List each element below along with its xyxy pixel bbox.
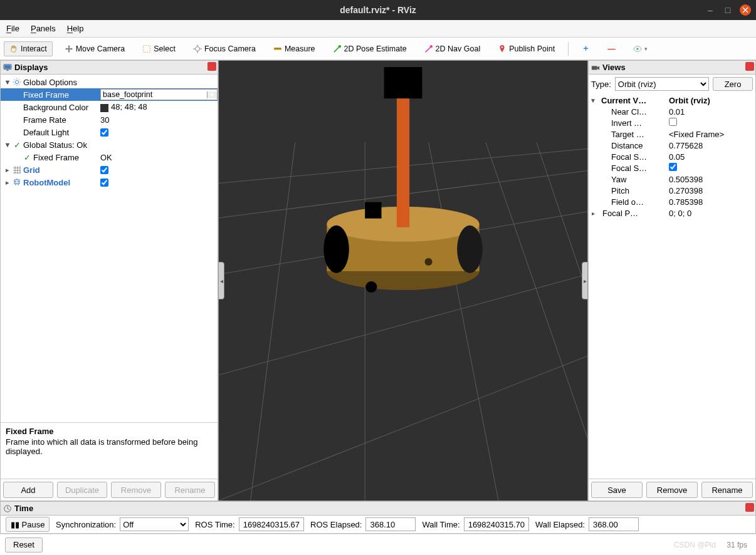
gear-icon (12, 78, 22, 86)
svg-point-4 (636, 48, 639, 50)
tool-move-camera[interactable]: Move Camera (59, 41, 131, 56)
menu-panels[interactable]: Panels (31, 24, 56, 33)
row-yaw[interactable]: Yaw0.505398 (589, 174, 755, 185)
toolbar: Interact Move Camera Select Focus Camera… (0, 38, 756, 60)
tool-focus-camera[interactable]: Focus Camera (187, 41, 261, 56)
tool-remove[interactable]: — (602, 41, 621, 56)
save-button[interactable]: Save (591, 482, 643, 498)
row-frame-rate[interactable]: Frame Rate 30 (1, 113, 218, 126)
row-focal-shape-size[interactable]: Focal S…0.05 (589, 151, 755, 162)
type-label: Type: (591, 80, 611, 89)
views-panel-header[interactable]: Views (589, 61, 755, 75)
tool-visibility[interactable]: ▾ (627, 41, 653, 56)
robot-icon (12, 178, 22, 187)
tool-2d-pose-estimate[interactable]: 2D Pose Estimate (327, 41, 412, 56)
row-distance[interactable]: Distance0.775628 (589, 140, 755, 151)
row-fov[interactable]: Field o…0.785398 (589, 196, 755, 207)
grid-icon (12, 165, 22, 174)
svg-point-7 (15, 80, 18, 83)
row-focal-shape-fixed[interactable]: Focal S… (589, 162, 755, 174)
row-status-fixed-frame[interactable]: ✓ Fixed Frame OK (1, 151, 218, 163)
displays-tree[interactable]: ▼ Global Options Fixed Frame ▼ Backgroun… (1, 75, 218, 422)
ros-time-label: ROS Time: (195, 520, 235, 529)
row-default-light[interactable]: Default Light (1, 126, 218, 138)
views-button-row: Save Remove Rename (589, 479, 755, 501)
menu-file[interactable]: File (6, 24, 19, 33)
reset-button[interactable]: Reset (5, 537, 43, 552)
toolbar-separator (568, 42, 569, 56)
tool-interact[interactable]: Interact (4, 41, 53, 56)
row-near-clip[interactable]: Near Cl…0.01 (589, 106, 755, 117)
robot-model-checkbox[interactable] (100, 179, 108, 187)
views-close-button[interactable] (745, 62, 754, 71)
3d-viewport[interactable]: ◂ ▸ (218, 60, 588, 501)
right-collapse-handle[interactable]: ▸ (582, 262, 588, 299)
row-bg-color[interactable]: Background Color 48; 48; 48 (1, 101, 218, 113)
svg-line-15 (219, 356, 587, 501)
svg-rect-32 (592, 66, 597, 70)
tool-2d-nav-goal[interactable]: 2D Nav Goal (419, 41, 486, 56)
row-target-frame[interactable]: Target …<Fixed Frame> (589, 128, 755, 140)
row-fixed-frame[interactable]: Fixed Frame ▼ (1, 88, 218, 101)
svg-point-10 (18, 181, 19, 182)
minus-icon: — (607, 44, 616, 53)
tool-add[interactable]: ＋ (576, 40, 596, 57)
row-pitch[interactable]: Pitch0.270398 (589, 185, 755, 196)
duplicate-button[interactable]: Duplicate (57, 482, 107, 498)
close-button[interactable] (740, 4, 751, 16)
left-collapse-handle[interactable]: ◂ (218, 262, 224, 299)
svg-point-9 (15, 181, 16, 182)
move-icon (65, 44, 73, 53)
menu-help[interactable]: Help (67, 24, 84, 33)
view-type-select[interactable]: Orbit (rviz) (615, 77, 709, 91)
crosshair-icon (193, 44, 202, 53)
row-focal-point[interactable]: ▸Focal P…0; 0; 0 (589, 207, 755, 219)
add-button[interactable]: Add (3, 482, 53, 498)
tool-select[interactable]: Select (137, 41, 181, 56)
select-icon (142, 44, 151, 53)
window-titlebar: default.rviz* - RViz – □ (0, 0, 756, 20)
tool-publish-point[interactable]: Publish Point (492, 41, 560, 56)
zero-button[interactable]: Zero (713, 77, 753, 91)
minimize-button[interactable]: – (705, 4, 716, 16)
svg-point-26 (365, 281, 377, 293)
invert-checkbox[interactable] (669, 118, 677, 126)
default-light-checkbox[interactable] (100, 128, 108, 137)
grid-checkbox[interactable] (100, 166, 108, 174)
views-tree[interactable]: ▼Current V…Orbit (rviz) Near Cl…0.01 Inv… (589, 93, 755, 479)
sync-select[interactable]: Off (120, 517, 189, 531)
row-global-status[interactable]: ▼ ✓ Global Status: Ok (1, 138, 218, 151)
rename-button[interactable]: Rename (165, 482, 215, 498)
fps-counter: 31 fps (727, 541, 747, 549)
plus-icon: ＋ (582, 43, 590, 54)
views-remove-button[interactable]: Remove (646, 482, 698, 498)
fixed-frame-input[interactable] (101, 90, 207, 99)
row-global-options[interactable]: ▼ Global Options (1, 76, 218, 88)
svg-rect-28 (365, 202, 381, 219)
row-current-view[interactable]: ▼Current V…Orbit (rviz) (589, 95, 755, 106)
displays-close-button[interactable] (207, 62, 216, 71)
wall-elapsed-value: 368.00 (589, 517, 639, 531)
svg-line-18 (429, 142, 499, 501)
focal-fixed-checkbox[interactable] (669, 163, 677, 171)
svg-rect-31 (384, 67, 423, 98)
pause-button[interactable]: ▮▮Pause (6, 517, 50, 532)
tool-measure[interactable]: Measure (268, 41, 321, 56)
chevron-down-icon[interactable]: ▼ (207, 91, 217, 98)
time-close-button[interactable] (745, 503, 754, 512)
window-title: default.rviz* - RViz (340, 5, 416, 15)
row-grid[interactable]: ▸ Grid (1, 163, 218, 176)
remove-button[interactable]: Remove (111, 482, 161, 498)
fixed-frame-combo[interactable]: ▼ (100, 89, 218, 100)
hand-icon (9, 44, 18, 53)
svg-point-3 (501, 46, 503, 48)
row-invert-z[interactable]: Invert … (589, 117, 755, 128)
displays-panel-header[interactable]: Displays (1, 61, 218, 75)
time-panel-header[interactable]: Time (1, 502, 755, 516)
check-icon: ✓ (22, 153, 32, 162)
monitor-icon (3, 63, 12, 72)
maximize-button[interactable]: □ (722, 4, 733, 16)
row-robot-model[interactable]: ▸ RobotModel (1, 176, 218, 189)
views-rename-button[interactable]: Rename (701, 482, 753, 498)
eye-icon (633, 44, 642, 53)
